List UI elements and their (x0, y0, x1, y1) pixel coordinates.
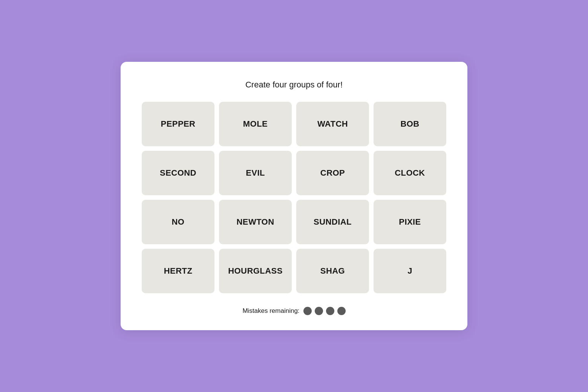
word-card[interactable]: HOURGLASS (219, 249, 292, 293)
mistake-dot (303, 307, 312, 315)
word-card[interactable]: J (374, 249, 446, 293)
word-card[interactable]: NEWTON (219, 200, 292, 244)
word-card[interactable]: HERTZ (142, 249, 214, 293)
word-card[interactable]: CLOCK (374, 151, 446, 195)
mistake-dot (326, 307, 334, 315)
word-card[interactable]: SUNDIAL (296, 200, 369, 244)
word-card[interactable]: SECOND (142, 151, 214, 195)
word-card[interactable]: BOB (374, 102, 446, 146)
word-card[interactable]: EVIL (219, 151, 292, 195)
word-card[interactable]: SHAG (296, 249, 369, 293)
game-container: Create four groups of four! PEPPERMOLEWA… (121, 62, 467, 330)
word-card[interactable]: CROP (296, 151, 369, 195)
word-card[interactable]: PEPPER (142, 102, 214, 146)
mistakes-dots (303, 307, 346, 315)
game-title: Create four groups of four! (142, 80, 446, 90)
word-card[interactable]: NO (142, 200, 214, 244)
word-grid: PEPPERMOLEWATCHBOBSECONDEVILCROPCLOCKNON… (142, 102, 446, 293)
word-card[interactable]: MOLE (219, 102, 292, 146)
mistakes-row: Mistakes remaining: (142, 307, 446, 315)
mistakes-label: Mistakes remaining: (242, 307, 299, 315)
word-card[interactable]: PIXIE (374, 200, 446, 244)
mistake-dot (315, 307, 323, 315)
word-card[interactable]: WATCH (296, 102, 369, 146)
mistake-dot (337, 307, 346, 315)
